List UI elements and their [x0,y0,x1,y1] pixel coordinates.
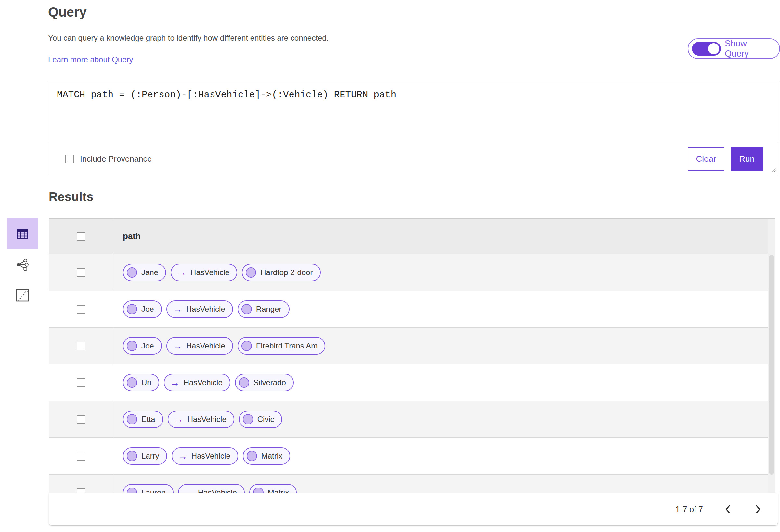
table-header-row: path [49,219,775,254]
resize-handle-icon[interactable] [771,167,776,173]
relationship-chip[interactable]: → HasVehicle [170,264,237,281]
arrow-right-icon: → [173,341,182,351]
entity-node-icon [127,451,137,461]
table-scrollbar[interactable] [768,219,775,493]
entity-chip[interactable]: Hardtop 2-door [242,264,321,281]
entity-node-icon [127,377,137,388]
map-view-button[interactable] [14,286,31,304]
entity-node-icon [127,304,137,314]
run-button[interactable]: Run [731,147,763,170]
entity-label: Lauren [141,488,166,493]
table-row: Jane → HasVehicle Hardtop 2-door [49,254,775,291]
query-page: Query You can query a knowledge graph to… [0,0,780,532]
entity-chip[interactable]: Matrix [243,447,290,465]
relationship-chip[interactable]: → HasVehicle [164,374,231,391]
toggle-knob [708,43,719,54]
entity-label: Matrix [261,451,282,461]
clear-button[interactable]: Clear [688,147,724,170]
table-row: Joe → HasVehicle Firebird Trans Am [49,328,775,364]
entity-chip[interactable]: Uri [123,374,159,391]
query-panel-footer: Include Provenance Clear Run [48,143,778,175]
entity-chip[interactable]: Civic [239,411,282,428]
table-body: Jane → HasVehicle Hardtop 2-door Joe → H… [49,254,775,493]
row-checkbox-cell [49,438,113,474]
link-chart-icon [15,258,29,271]
relationship-chip[interactable]: → HasVehicle [178,484,245,493]
entity-label: Larry [141,451,159,461]
entity-chip[interactable]: Joe [123,301,162,318]
entity-node-icon [243,414,253,425]
entity-chip[interactable]: Larry [123,447,167,465]
entity-label: Etta [141,415,155,424]
row-path-cell: Joe → HasVehicle Ranger [113,291,775,327]
table-row: Lauren → HasVehicle Matrix [49,475,775,493]
select-all-checkbox[interactable] [77,232,86,241]
table-icon [17,229,28,239]
row-path-cell: Jane → HasVehicle Hardtop 2-door [113,254,775,291]
include-provenance-checkbox[interactable] [65,155,74,163]
relationship-chip[interactable]: → HasVehicle [172,447,238,465]
row-checkbox[interactable] [77,342,86,351]
entity-chip[interactable]: Ranger [238,301,290,318]
entity-chip[interactable]: Etta [123,411,163,428]
arrow-right-icon: → [178,451,188,461]
relationship-label: HasVehicle [198,488,237,493]
show-query-toggle[interactable]: Show Query [688,38,780,59]
row-checkbox-cell [49,475,113,493]
entity-label: Jane [141,268,158,277]
entity-label: Hardtop 2-door [260,268,313,277]
query-panel: MATCH path = (:Person)-[:HasVehicle]->(:… [48,83,778,175]
query-actions: Clear Run [688,147,763,170]
entity-label: Joe [141,305,154,314]
next-page-button[interactable] [753,502,763,516]
link-chart-view-button[interactable] [14,256,31,273]
entity-node-icon [241,304,252,314]
learn-more-link[interactable]: Learn more about Query [48,55,133,64]
column-header-path: path [123,231,141,241]
show-query-label: Show Query [725,39,772,59]
map-icon [16,289,29,302]
row-checkbox[interactable] [77,268,86,277]
arrow-right-icon: → [173,305,182,314]
relationship-chip[interactable]: → HasVehicle [168,411,234,428]
entity-node-icon [127,414,137,425]
row-path-cell: Joe → HasVehicle Firebird Trans Am [113,328,775,364]
row-checkbox-cell [49,364,113,401]
entity-chip[interactable]: Jane [123,264,166,281]
row-checkbox[interactable] [77,305,86,314]
entity-chip[interactable]: Matrix [249,484,297,493]
row-checkbox-cell [49,328,113,364]
row-checkbox-cell [49,291,113,327]
previous-page-button[interactable] [723,502,733,516]
row-checkbox[interactable] [77,415,86,424]
header-path-cell: path [113,219,775,254]
include-provenance-label: Include Provenance [80,154,152,164]
scrollbar-thumb[interactable] [769,255,774,475]
row-checkbox[interactable] [77,452,86,461]
entity-label: Silverado [253,378,286,387]
relationship-label: HasVehicle [186,341,225,351]
query-input[interactable]: MATCH path = (:Person)-[:HasVehicle]->(:… [48,83,778,143]
entity-node-icon [247,451,257,461]
table-row: Joe → HasVehicle Ranger [49,291,775,328]
header-checkbox-cell [49,219,113,254]
relationship-chip[interactable]: → HasVehicle [166,337,233,355]
arrow-right-icon: → [170,378,180,387]
row-checkbox-cell [49,401,113,437]
row-checkbox[interactable] [77,488,86,493]
entity-chip[interactable]: Lauren [123,484,174,493]
entity-node-icon [127,487,137,493]
table-view-button[interactable] [7,218,38,250]
entity-chip[interactable]: Silverado [235,374,294,391]
entity-label: Firebird Trans Am [256,341,318,351]
entity-label: Uri [141,378,151,387]
relationship-chip[interactable]: → HasVehicle [166,301,233,318]
table-row: Uri → HasVehicle Silverado [49,364,775,401]
page-description: You can query a knowledge graph to ident… [48,34,329,43]
entity-chip[interactable]: Joe [123,337,162,355]
toggle-switch-icon[interactable] [692,42,721,56]
entity-label: Ranger [256,305,282,314]
row-path-cell: Larry → HasVehicle Matrix [113,438,775,474]
row-checkbox[interactable] [77,378,86,387]
entity-chip[interactable]: Firebird Trans Am [238,337,325,355]
